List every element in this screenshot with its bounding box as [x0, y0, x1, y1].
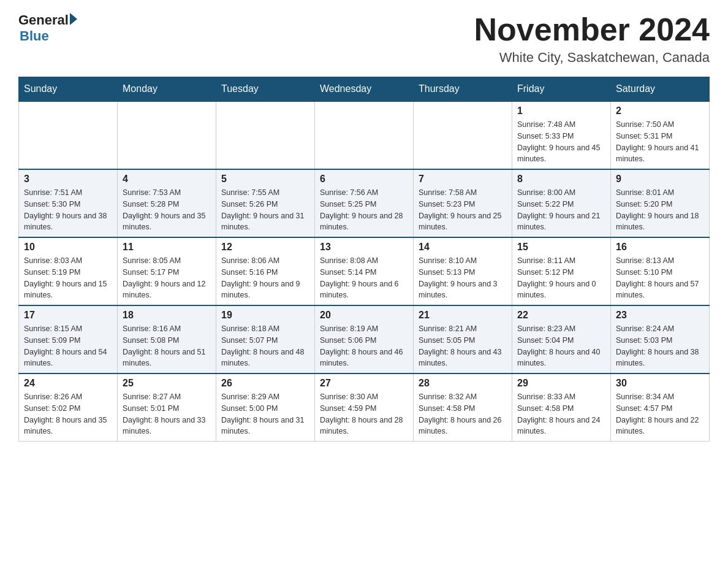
- calendar-week-row: 1Sunrise: 7:48 AMSunset: 5:33 PMDaylight…: [19, 101, 710, 169]
- day-info: Sunrise: 7:56 AMSunset: 5:25 PMDaylight:…: [320, 187, 408, 233]
- day-info: Sunrise: 8:16 AMSunset: 5:08 PMDaylight:…: [123, 323, 211, 369]
- day-info: Sunrise: 7:50 AMSunset: 5:31 PMDaylight:…: [616, 119, 704, 165]
- table-row: 17Sunrise: 8:15 AMSunset: 5:09 PMDayligh…: [19, 305, 118, 373]
- table-row: [216, 101, 315, 169]
- table-row: 10Sunrise: 8:03 AMSunset: 5:19 PMDayligh…: [19, 237, 118, 305]
- table-row: [315, 101, 414, 169]
- day-number: 19: [221, 310, 309, 321]
- table-row: 30Sunrise: 8:34 AMSunset: 4:57 PMDayligh…: [611, 373, 710, 442]
- day-info: Sunrise: 8:24 AMSunset: 5:03 PMDaylight:…: [616, 323, 704, 369]
- day-info: Sunrise: 8:15 AMSunset: 5:09 PMDaylight:…: [24, 323, 112, 369]
- col-tuesday: Tuesday: [216, 77, 315, 102]
- table-row: 27Sunrise: 8:30 AMSunset: 4:59 PMDayligh…: [315, 373, 414, 442]
- day-number: 6: [320, 174, 408, 185]
- table-row: 5Sunrise: 7:55 AMSunset: 5:26 PMDaylight…: [216, 169, 315, 237]
- table-row: 6Sunrise: 7:56 AMSunset: 5:25 PMDaylight…: [315, 169, 414, 237]
- day-number: 1: [517, 105, 605, 117]
- logo-blue-text: Blue: [20, 28, 49, 44]
- day-number: 23: [616, 310, 704, 321]
- day-number: 17: [24, 310, 112, 321]
- table-row: 9Sunrise: 8:01 AMSunset: 5:20 PMDaylight…: [611, 169, 710, 237]
- calendar-week-row: 17Sunrise: 8:15 AMSunset: 5:09 PMDayligh…: [19, 305, 710, 373]
- day-info: Sunrise: 8:29 AMSunset: 5:00 PMDaylight:…: [221, 391, 309, 437]
- day-number: 21: [419, 310, 507, 321]
- day-info: Sunrise: 8:34 AMSunset: 4:57 PMDaylight:…: [616, 391, 704, 437]
- table-row: 1Sunrise: 7:48 AMSunset: 5:33 PMDaylight…: [512, 101, 611, 169]
- day-number: 18: [123, 310, 211, 321]
- col-monday: Monday: [118, 77, 216, 102]
- day-info: Sunrise: 8:13 AMSunset: 5:10 PMDaylight:…: [616, 255, 704, 301]
- table-row: 19Sunrise: 8:18 AMSunset: 5:07 PMDayligh…: [216, 305, 315, 373]
- table-row: 13Sunrise: 8:08 AMSunset: 5:14 PMDayligh…: [315, 237, 414, 305]
- day-number: 2: [616, 105, 704, 117]
- day-info: Sunrise: 8:19 AMSunset: 5:06 PMDaylight:…: [320, 323, 408, 369]
- day-number: 29: [517, 378, 605, 389]
- day-number: 20: [320, 310, 408, 321]
- table-row: 25Sunrise: 8:27 AMSunset: 5:01 PMDayligh…: [118, 373, 216, 442]
- table-row: [414, 101, 512, 169]
- day-info: Sunrise: 8:27 AMSunset: 5:01 PMDaylight:…: [123, 391, 211, 437]
- month-title: November 2024: [474, 12, 710, 47]
- table-row: 16Sunrise: 8:13 AMSunset: 5:10 PMDayligh…: [611, 237, 710, 305]
- table-row: [118, 101, 216, 169]
- logo-arrow-icon: [70, 13, 77, 25]
- calendar-week-row: 3Sunrise: 7:51 AMSunset: 5:30 PMDaylight…: [19, 169, 710, 237]
- day-info: Sunrise: 8:01 AMSunset: 5:20 PMDaylight:…: [616, 187, 704, 233]
- table-row: 28Sunrise: 8:32 AMSunset: 4:58 PMDayligh…: [414, 373, 512, 442]
- table-row: 14Sunrise: 8:10 AMSunset: 5:13 PMDayligh…: [414, 237, 512, 305]
- day-number: 22: [517, 310, 605, 321]
- day-info: Sunrise: 8:33 AMSunset: 4:58 PMDaylight:…: [517, 391, 605, 437]
- day-number: 5: [221, 174, 309, 185]
- day-number: 30: [616, 378, 704, 389]
- day-number: 15: [517, 242, 605, 253]
- day-number: 26: [221, 378, 309, 389]
- day-number: 11: [123, 242, 211, 253]
- calendar-header-row: Sunday Monday Tuesday Wednesday Thursday…: [19, 77, 710, 102]
- day-info: Sunrise: 8:10 AMSunset: 5:13 PMDaylight:…: [419, 255, 507, 301]
- day-info: Sunrise: 8:08 AMSunset: 5:14 PMDaylight:…: [320, 255, 408, 301]
- day-number: 28: [419, 378, 507, 389]
- day-info: Sunrise: 7:55 AMSunset: 5:26 PMDaylight:…: [221, 187, 309, 233]
- day-info: Sunrise: 8:26 AMSunset: 5:02 PMDaylight:…: [24, 391, 112, 437]
- location-subtitle: White City, Saskatchewan, Canada: [474, 50, 710, 66]
- day-number: 9: [616, 174, 704, 185]
- day-info: Sunrise: 8:05 AMSunset: 5:17 PMDaylight:…: [123, 255, 211, 301]
- day-number: 13: [320, 242, 408, 253]
- day-number: 10: [24, 242, 112, 253]
- day-info: Sunrise: 7:58 AMSunset: 5:23 PMDaylight:…: [419, 187, 507, 233]
- table-row: 18Sunrise: 8:16 AMSunset: 5:08 PMDayligh…: [118, 305, 216, 373]
- table-row: 29Sunrise: 8:33 AMSunset: 4:58 PMDayligh…: [512, 373, 611, 442]
- day-number: 14: [419, 242, 507, 253]
- table-row: 12Sunrise: 8:06 AMSunset: 5:16 PMDayligh…: [216, 237, 315, 305]
- table-row: 24Sunrise: 8:26 AMSunset: 5:02 PMDayligh…: [19, 373, 118, 442]
- calendar-week-row: 10Sunrise: 8:03 AMSunset: 5:19 PMDayligh…: [19, 237, 710, 305]
- day-info: Sunrise: 7:51 AMSunset: 5:30 PMDaylight:…: [24, 187, 112, 233]
- day-number: 27: [320, 378, 408, 389]
- table-row: 4Sunrise: 7:53 AMSunset: 5:28 PMDaylight…: [118, 169, 216, 237]
- col-sunday: Sunday: [19, 77, 118, 102]
- col-wednesday: Wednesday: [315, 77, 414, 102]
- table-row: 23Sunrise: 8:24 AMSunset: 5:03 PMDayligh…: [611, 305, 710, 373]
- table-row: 8Sunrise: 8:00 AMSunset: 5:22 PMDaylight…: [512, 169, 611, 237]
- table-row: 26Sunrise: 8:29 AMSunset: 5:00 PMDayligh…: [216, 373, 315, 442]
- table-row: 20Sunrise: 8:19 AMSunset: 5:06 PMDayligh…: [315, 305, 414, 373]
- calendar-week-row: 24Sunrise: 8:26 AMSunset: 5:02 PMDayligh…: [19, 373, 710, 442]
- col-saturday: Saturday: [611, 77, 710, 102]
- day-number: 25: [123, 378, 211, 389]
- table-row: 7Sunrise: 7:58 AMSunset: 5:23 PMDaylight…: [414, 169, 512, 237]
- col-friday: Friday: [512, 77, 611, 102]
- day-info: Sunrise: 8:32 AMSunset: 4:58 PMDaylight:…: [419, 391, 507, 437]
- day-number: 7: [419, 174, 507, 185]
- day-info: Sunrise: 8:21 AMSunset: 5:05 PMDaylight:…: [419, 323, 507, 369]
- day-number: 3: [24, 174, 112, 185]
- day-info: Sunrise: 8:23 AMSunset: 5:04 PMDaylight:…: [517, 323, 605, 369]
- col-thursday: Thursday: [414, 77, 512, 102]
- table-row: 3Sunrise: 7:51 AMSunset: 5:30 PMDaylight…: [19, 169, 118, 237]
- day-number: 8: [517, 174, 605, 185]
- day-number: 12: [221, 242, 309, 253]
- table-row: 21Sunrise: 8:21 AMSunset: 5:05 PMDayligh…: [414, 305, 512, 373]
- table-row: [19, 101, 118, 169]
- day-info: Sunrise: 8:03 AMSunset: 5:19 PMDaylight:…: [24, 255, 112, 301]
- calendar-table: Sunday Monday Tuesday Wednesday Thursday…: [18, 77, 710, 442]
- day-info: Sunrise: 8:00 AMSunset: 5:22 PMDaylight:…: [517, 187, 605, 233]
